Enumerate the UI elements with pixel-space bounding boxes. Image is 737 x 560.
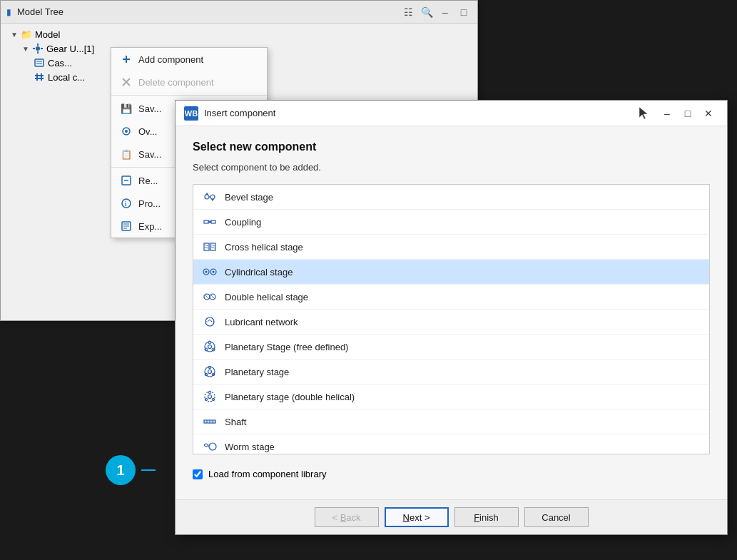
model-tree-grid-icon[interactable]: ☷ <box>400 4 416 20</box>
svg-point-17 <box>125 130 128 133</box>
model-tree-minimize-icon[interactable]: – <box>437 4 453 20</box>
svg-point-63 <box>208 395 212 399</box>
list-item-bevel[interactable]: Bevel stage <box>193 185 709 210</box>
lubricant-icon <box>202 314 218 330</box>
svg-line-38 <box>205 247 208 248</box>
planetary-free-icon <box>202 339 218 355</box>
svg-point-62 <box>205 392 215 402</box>
list-item-coupling-label: Coupling <box>225 217 261 228</box>
exp-icon <box>120 220 133 233</box>
re-icon <box>120 174 133 187</box>
cancel-button-label: Cancel <box>542 512 570 523</box>
save-icon: 💾 <box>120 102 133 115</box>
chevron-icon-2: ▼ <box>22 45 29 53</box>
tree-item-local-label: Local c... <box>48 72 85 83</box>
svg-point-59 <box>208 366 211 369</box>
svg-rect-4 <box>41 48 43 49</box>
pro-icon: i <box>120 197 133 210</box>
svg-marker-26 <box>639 107 648 119</box>
back-button[interactable]: < Back <box>315 507 379 527</box>
balloon-number: 1 <box>106 455 136 485</box>
tree-item-gear-label: Gear U...[1] <box>46 44 94 54</box>
list-item-shaft[interactable]: Shaft <box>193 409 709 434</box>
context-save-label: Sav... <box>138 103 161 114</box>
list-item-lubricant-label: Lubricant network <box>225 317 298 327</box>
svg-point-28 <box>210 195 215 199</box>
svg-rect-8 <box>35 75 44 76</box>
svg-point-44 <box>213 271 215 273</box>
dialog-minimize-button[interactable]: – <box>657 104 677 123</box>
model-tree-maximize-icon[interactable]: □ <box>456 4 472 20</box>
list-item-planetary[interactable]: Planetary stage <box>193 360 709 385</box>
dialog-subtext: Select component to be added. <box>193 162 710 173</box>
svg-rect-2 <box>37 51 39 54</box>
context-separator <box>111 95 267 96</box>
insert-component-dialog: WB Insert component – □ ✕ Select new com… <box>175 100 728 535</box>
dialog-window-controls: – □ ✕ <box>657 104 718 123</box>
list-item-planetary-dh-label: Planetary stage (double helical) <box>225 392 355 402</box>
svg-point-72 <box>209 443 216 450</box>
svg-point-43 <box>205 271 208 273</box>
model-tree-search-icon[interactable]: 🔍 <box>419 4 434 20</box>
svg-line-37 <box>205 245 208 246</box>
add-component-icon <box>120 53 133 66</box>
list-item-lubricant[interactable]: Lubricant network <box>193 310 709 335</box>
svg-rect-13 <box>126 56 127 63</box>
list-item-cylindrical-label: Cylindrical stage <box>225 267 293 278</box>
dialog-close-button[interactable]: ✕ <box>698 104 718 123</box>
model-tree-titlebar: ▮ Model Tree ☷ 🔍 – □ <box>1 1 477 24</box>
context-ov-label: Ov... <box>138 126 157 137</box>
chevron-icon: ▼ <box>11 31 18 39</box>
list-item-coupling[interactable]: Coupling <box>193 210 709 235</box>
svg-point-58 <box>208 370 212 374</box>
next-button[interactable]: Next > <box>385 507 449 527</box>
svg-point-53 <box>208 345 212 349</box>
shaft-icon <box>202 414 218 429</box>
list-item-planetary-dh[interactable]: Planetary stage (double helical) <box>193 385 709 409</box>
back-button-label: < Back <box>332 512 360 523</box>
list-item-double-helical[interactable]: Double helical stage <box>193 285 709 310</box>
svg-rect-30 <box>204 220 208 223</box>
model-folder-icon: 📁 <box>21 29 32 40</box>
cas-icon <box>34 57 45 68</box>
list-item-planetary-free[interactable]: Planetary Stage (free defined) <box>193 335 709 360</box>
balloon-annotation: 1 <box>106 455 156 485</box>
context-exp-label: Exp... <box>138 221 162 232</box>
coupling-icon <box>202 214 218 230</box>
svg-line-39 <box>211 245 215 246</box>
checkbox-row: Load from component library <box>193 463 710 485</box>
svg-point-60 <box>212 373 215 376</box>
planetary-dh-icon <box>202 389 218 404</box>
planetary-icon <box>202 364 218 380</box>
dialog-footer: < Back Next > Finish Cancel <box>176 499 727 534</box>
svg-rect-11 <box>41 73 42 81</box>
context-add-component[interactable]: Add component <box>111 48 267 71</box>
dialog-app-icon: WB <box>184 106 198 121</box>
load-from-library-checkbox[interactable] <box>193 469 203 479</box>
context-delete-component[interactable]: Delete component <box>111 71 267 93</box>
model-tree-doc-icon: ▮ <box>6 7 11 17</box>
finish-button-label: Finish <box>474 512 499 523</box>
finish-button[interactable]: Finish <box>454 507 519 527</box>
local-icon <box>34 71 45 83</box>
svg-rect-31 <box>211 220 215 223</box>
context-delete-label: Delete component <box>138 77 214 88</box>
dialog-maximize-button[interactable]: □ <box>678 104 698 123</box>
list-item-worm[interactable]: Worm stage <box>193 434 709 454</box>
list-item-double-helical-label: Double helical stage <box>225 292 308 302</box>
tree-item-model-label: Model <box>35 29 60 40</box>
list-item-worm-label: Worm stage <box>225 442 275 452</box>
list-item-shaft-label: Shaft <box>225 417 246 427</box>
list-item-cross-helical[interactable]: Cross helical stage <box>193 235 709 260</box>
list-item-cylindrical[interactable]: Cylindrical stage <box>193 260 709 285</box>
svg-point-27 <box>205 195 209 199</box>
cancel-button[interactable]: Cancel <box>524 507 589 527</box>
model-tree-title: Model Tree <box>17 6 395 17</box>
double-helical-icon <box>202 289 218 305</box>
svg-rect-9 <box>35 78 44 79</box>
context-add-label: Add component <box>138 54 203 65</box>
tree-item-model[interactable]: ▼ 📁 Model <box>5 28 473 41</box>
model-tree-toolbar: ☷ 🔍 – □ <box>400 4 472 20</box>
component-list[interactable]: Bevel stage Coupling <box>193 184 710 454</box>
svg-point-61 <box>205 373 208 376</box>
